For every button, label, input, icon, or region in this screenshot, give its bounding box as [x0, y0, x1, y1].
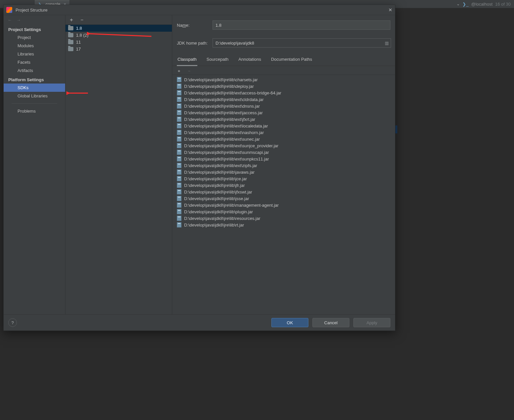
jar-icon [177, 77, 181, 82]
classpath-item-label: D:\develop\java\jdk8\jre\lib\jce.jar [184, 176, 247, 181]
add-sdk-button[interactable]: ＋ [69, 17, 74, 22]
classpath-item[interactable]: D:\develop\java\jdk8\jre\lib\jce.jar [172, 175, 395, 182]
classpath-item-label: D:\develop\java\jdk8\jre\lib\ext\zipfs.j… [184, 163, 257, 168]
classpath-item-label: D:\develop\java\jdk8\jre\lib\jfr.jar [184, 183, 245, 188]
classpath-item[interactable]: D:\develop\java\jdk8\jre\lib\rt.jar [172, 222, 395, 228]
nav-problems[interactable]: Problems [4, 107, 65, 115]
classpath-item-label: D:\develop\java\jdk8\jre\lib\management-… [184, 203, 279, 208]
classpath-item[interactable]: D:\develop\java\jdk8\jre\lib\ext\jfxrt.j… [172, 116, 395, 122]
nav-artifacts[interactable]: Artifacts [4, 66, 65, 75]
sdk-path-input[interactable]: D:\develop\java\jdk8 [213, 38, 391, 48]
classpath-item-label: D:\develop\java\jdk8\jre\lib\charsets.ja… [184, 77, 258, 82]
classpath-item-label: D:\develop\java\jdk8\jre\lib\ext\jfxrt.j… [184, 117, 255, 122]
nav-back-button[interactable]: ← [8, 18, 12, 22]
jar-icon [177, 209, 181, 214]
sdk-item[interactable]: 17 [65, 46, 172, 52]
db-row-count: 16 of 30 [495, 2, 511, 7]
classpath-item-label: D:\develop\java\jdk8\jre\lib\ext\sunpkcs… [184, 157, 269, 161]
nav-modules[interactable]: Modules [4, 42, 65, 50]
nav-libraries[interactable]: Libraries [4, 50, 65, 58]
classpath-item-label: D:\develop\java\jdk8\jre\lib\ext\localed… [184, 123, 268, 128]
classpath-item-label: D:\develop\java\jdk8\jre\lib\deploy.jar [184, 84, 254, 89]
classpath-item-label: D:\develop\java\jdk8\jre\lib\resources.j… [184, 216, 260, 221]
classpath-item[interactable]: D:\develop\java\jdk8\jre\lib\charsets.ja… [172, 76, 395, 83]
classpath-item[interactable]: D:\develop\java\jdk8\jre\lib\ext\localed… [172, 122, 395, 129]
classpath-item-label: D:\develop\java\jdk8\jre\lib\ext\access-… [184, 90, 281, 95]
add-classpath-button[interactable]: ＋ [177, 68, 181, 74]
jar-icon [177, 196, 181, 201]
classpath-item[interactable]: D:\develop\java\jdk8\jre\lib\jfr.jar [172, 182, 395, 189]
classpath-item[interactable]: D:\develop\java\jdk8\jre\lib\ext\zipfs.j… [172, 162, 395, 169]
sdk-item[interactable]: 11 [65, 39, 172, 46]
folder-icon [68, 40, 73, 44]
tab-annotations[interactable]: Annotations [238, 54, 262, 66]
jar-icon [177, 143, 181, 148]
classpath-item[interactable]: D:\develop\java\jdk8\jre\lib\management-… [172, 202, 395, 208]
remove-classpath-button[interactable]: － [187, 68, 191, 74]
nav-global-libraries[interactable]: Global Libraries [4, 92, 65, 100]
jar-icon [177, 183, 181, 188]
tab-documentation-paths[interactable]: Documentation Paths [270, 54, 313, 66]
chevron-down-icon[interactable]: ⌄ [456, 2, 460, 6]
nav-sdks[interactable]: SDKs [4, 84, 65, 92]
jar-icon [177, 123, 181, 128]
classpath-item[interactable]: D:\develop\java\jdk8\jre\lib\ext\sunjce_… [172, 142, 395, 149]
classpath-item[interactable]: D:\develop\java\jdk8\jre\lib\ext\sunec.j… [172, 136, 395, 142]
dialog-close-button[interactable]: ✕ [388, 7, 392, 13]
classpath-item-label: D:\develop\java\jdk8\jre\lib\jfxswt.jar [184, 190, 252, 194]
jar-icon [177, 222, 181, 228]
tab-classpath[interactable]: Classpath [177, 54, 197, 66]
classpath-list[interactable]: D:\develop\java\jdk8\jre\lib\charsets.ja… [172, 75, 395, 315]
folder-icon [68, 47, 73, 51]
name-label: Name: [177, 23, 213, 28]
jar-icon [177, 136, 181, 142]
folder-icon [68, 33, 73, 37]
help-button[interactable]: ? [8, 318, 17, 327]
classpath-item[interactable]: D:\develop\java\jdk8\jre\lib\ext\cldrdat… [172, 96, 395, 103]
sdk-detail-panel: Name: 1.8 JDK home path: D:\develop\java… [172, 15, 395, 315]
nav-forward-button[interactable]: → [17, 18, 21, 22]
tab-sourcepath[interactable]: Sourcepath [206, 54, 229, 66]
classpath-item[interactable]: D:\develop\java\jdk8\jre\lib\resources.j… [172, 215, 395, 222]
nav-separator [12, 103, 57, 104]
classpath-item[interactable]: D:\develop\java\jdk8\jre\lib\ext\sunpkcs… [172, 156, 395, 162]
nav-facets[interactable]: Facets [4, 58, 65, 66]
sdk-name-input[interactable]: 1.8 [213, 20, 390, 30]
apply-button[interactable]: Apply [353, 318, 390, 327]
jar-icon [177, 169, 181, 175]
sdk-item[interactable]: 1.8 [65, 25, 172, 32]
ok-button[interactable]: OK [271, 318, 308, 327]
classpath-item[interactable]: D:\develop\java\jdk8\jre\lib\jsse.jar [172, 195, 395, 202]
classpath-item[interactable]: D:\develop\java\jdk8\jre\lib\javaws.jar [172, 169, 395, 175]
nav-project[interactable]: Project [4, 33, 65, 42]
classpath-item[interactable]: D:\develop\java\jdk8\jre\lib\ext\sunmsca… [172, 149, 395, 156]
remove-sdk-button[interactable]: － [79, 17, 85, 22]
jar-icon [177, 117, 181, 122]
classpath-item-label: D:\develop\java\jdk8\jre\lib\ext\sunmsca… [184, 150, 269, 155]
jar-icon [177, 216, 181, 221]
classpath-item[interactable]: D:\develop\java\jdk8\jre\lib\ext\nashorn… [172, 129, 395, 136]
classpath-item[interactable]: D:\develop\java\jdk8\jre\lib\deploy.jar [172, 83, 395, 89]
classpath-item[interactable]: D:\develop\java\jdk8\jre\lib\plugin.jar [172, 208, 395, 215]
classpath-item-label: D:\develop\java\jdk8\jre\lib\ext\nashorn… [184, 130, 264, 135]
section-project-settings: Project Settings [4, 24, 65, 33]
jar-icon [177, 130, 181, 135]
jar-icon [177, 176, 181, 181]
section-platform-settings: Platform Settings [4, 75, 65, 84]
database-icon: ❯_ [462, 2, 468, 7]
classpath-item[interactable]: D:\develop\java\jdk8\jre\lib\ext\dnsns.j… [172, 103, 395, 109]
cancel-button[interactable]: Cancel [312, 318, 349, 327]
classpath-item[interactable]: D:\develop\java\jdk8\jre\lib\jfxswt.jar [172, 189, 395, 195]
jar-icon [177, 110, 181, 115]
classpath-item-label: D:\develop\java\jdk8\jre\lib\rt.jar [184, 223, 244, 228]
sdk-item[interactable]: 1.8 (2) [65, 32, 172, 39]
jar-icon [177, 156, 181, 161]
dialog-titlebar[interactable]: Project Structure ✕ [4, 5, 395, 15]
db-session-indicator[interactable]: ⌄ ❯_ @localhost 16 of 30 [456, 0, 511, 8]
jar-icon [177, 202, 181, 208]
classpath-item[interactable]: D:\develop\java\jdk8\jre\lib\ext\jaccess… [172, 109, 395, 116]
jar-icon [177, 103, 181, 109]
classpath-item-label: D:\develop\java\jdk8\jre\lib\ext\dnsns.j… [184, 104, 260, 109]
app-logo-icon [6, 7, 12, 13]
classpath-item[interactable]: D:\develop\java\jdk8\jre\lib\ext\access-… [172, 89, 395, 96]
